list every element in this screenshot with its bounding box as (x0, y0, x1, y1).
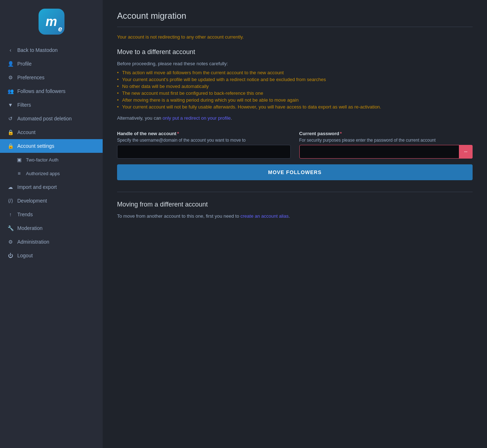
main-content: Account migration Your account is not re… (103, 0, 487, 448)
logo-container: m e (0, 0, 103, 40)
status-notice: Your account is not redirecting to any o… (117, 34, 473, 40)
sidebar-item-preferences[interactable]: ⚙Preferences (0, 71, 103, 84)
moving-from-suffix: . (289, 213, 290, 219)
development-icon: ⟨/⟩ (7, 198, 14, 204)
sidebar-item-label-profile: Profile (17, 61, 95, 67)
sidebar-item-label-logout: Logout (17, 253, 95, 258)
note-item: The new account must first be configured… (117, 90, 473, 96)
sidebar: m e ‹Back to Mastodon👤Profile⚙Preference… (0, 0, 103, 448)
title-divider (117, 27, 473, 27)
handle-input[interactable] (117, 145, 291, 159)
create-alias-link[interactable]: create an account alias (241, 213, 289, 219)
sidebar-item-automated-post-deletion[interactable]: ↺Automated post deletion (0, 112, 103, 125)
form-row: Handle of the new account* Specify the u… (117, 131, 473, 159)
logout-icon: ⏻ (7, 253, 14, 258)
note-item: Your current account will not be fully u… (117, 104, 473, 110)
mastodon-logo: m e (39, 9, 64, 35)
moving-from-text: To move from another account to this one… (117, 213, 473, 219)
logo-m-letter: m (45, 15, 57, 28)
note-item: Your current account's profile will be u… (117, 77, 473, 82)
handle-group: Handle of the new account* Specify the u… (117, 131, 291, 159)
sidebar-item-label-authorized-apps: Authorized apps (26, 171, 95, 176)
move-followers-button[interactable]: MOVE FOLLOWERS (117, 164, 473, 180)
sidebar-item-follows-and-followers[interactable]: 👥Follows and followers (0, 84, 103, 98)
sidebar-item-label-import-and-export: Import and export (17, 184, 95, 190)
redirect-profile-link[interactable]: only put a redirect on your profile (162, 115, 231, 121)
page-title: Account migration (117, 11, 473, 21)
password-input[interactable] (299, 145, 473, 159)
password-hint: For security purposes please enter the p… (299, 138, 473, 143)
sidebar-item-trends[interactable]: ↑Trends (0, 208, 103, 221)
sidebar-item-label-two-factor-auth: Two-factor Auth (26, 157, 95, 163)
sidebar-item-label-account-settings: Account settings (17, 143, 95, 149)
sidebar-item-filters[interactable]: ▼Filters (0, 98, 103, 112)
preferences-icon: ⚙ (7, 75, 14, 80)
note-item: This action will move all followers from… (117, 70, 473, 75)
moving-from-title: Moving from a different account (117, 201, 473, 208)
sidebar-item-import-and-export[interactable]: ☁Import and export (0, 180, 103, 194)
password-group: Current password* For security purposes … (299, 131, 473, 159)
handle-required-star: * (177, 131, 179, 136)
follows-and-followers-icon: 👥 (7, 88, 14, 94)
sidebar-item-label-account: Account (17, 129, 95, 135)
administration-icon: ⚙ (7, 239, 14, 245)
back-to-mastodon-icon: ‹ (7, 47, 14, 53)
sidebar-item-administration[interactable]: ⚙Administration (0, 235, 103, 249)
import-and-export-icon: ☁ (7, 184, 14, 190)
sidebar-item-label-trends: Trends (17, 212, 95, 217)
two-factor-auth-icon: ▣ (16, 157, 22, 163)
note-item: No other data will be moved automaticall… (117, 84, 473, 89)
profile-icon: 👤 (7, 61, 14, 67)
sidebar-item-label-preferences: Preferences (17, 75, 95, 80)
section-divider (117, 192, 473, 192)
sidebar-item-logout[interactable]: ⏻Logout (0, 249, 103, 262)
sidebar-item-label-filters: Filters (17, 102, 95, 108)
filters-icon: ▼ (7, 102, 14, 108)
password-input-wrapper: ··· (299, 145, 473, 159)
sidebar-item-label-administration: Administration (17, 239, 95, 245)
alternatively-suffix: . (231, 115, 232, 121)
sidebar-nav: ‹Back to Mastodon👤Profile⚙Preferences👥Fo… (0, 40, 103, 265)
moving-from-prefix: To move from another account to this one… (117, 213, 241, 219)
account-icon: 🔒 (7, 129, 14, 135)
sidebar-item-authorized-apps[interactable]: ≡Authorized apps (0, 167, 103, 180)
password-label: Current password* (299, 131, 473, 136)
sidebar-item-label-moderation: Moderation (17, 225, 95, 231)
sidebar-item-label-back-to-mastodon: Back to Mastodon (17, 47, 95, 53)
automated-post-deletion-icon: ↺ (7, 116, 14, 121)
sidebar-item-label-development: Development (17, 198, 95, 204)
sidebar-item-back-to-mastodon[interactable]: ‹Back to Mastodon (0, 43, 103, 57)
sidebar-item-label-follows-and-followers: Follows and followers (17, 88, 95, 94)
moderation-icon: 🔧 (7, 225, 14, 231)
handle-label: Handle of the new account* (117, 131, 291, 136)
sidebar-item-profile[interactable]: 👤Profile (0, 57, 103, 71)
handle-hint: Specify the username@domain of the accou… (117, 138, 291, 143)
move-section-title: Move to a different account (117, 48, 473, 56)
password-required-star: * (340, 131, 342, 136)
logo-e-letter: e (58, 25, 62, 33)
password-toggle-button[interactable]: ··· (459, 145, 473, 159)
alternatively-prefix: Alternatively, you can (117, 115, 162, 121)
alternatively-text: Alternatively, you can only put a redire… (117, 115, 473, 121)
sidebar-item-moderation[interactable]: 🔧Moderation (0, 221, 103, 235)
note-item: After moving there is a waiting period d… (117, 97, 473, 103)
notes-list: This action will move all followers from… (117, 70, 473, 110)
trends-icon: ↑ (7, 212, 14, 217)
sidebar-item-development[interactable]: ⟨/⟩Development (0, 194, 103, 208)
notes-intro: Before proceeding, please read these not… (117, 61, 473, 66)
sidebar-item-label-automated-post-deletion: Automated post deletion (17, 116, 95, 121)
account-settings-icon: 🔒 (7, 143, 14, 149)
authorized-apps-icon: ≡ (16, 170, 22, 176)
sidebar-item-two-factor-auth[interactable]: ▣Two-factor Auth (0, 153, 103, 167)
sidebar-item-account-settings[interactable]: 🔒Account settings (0, 139, 103, 153)
sidebar-item-account[interactable]: 🔒Account (0, 125, 103, 139)
